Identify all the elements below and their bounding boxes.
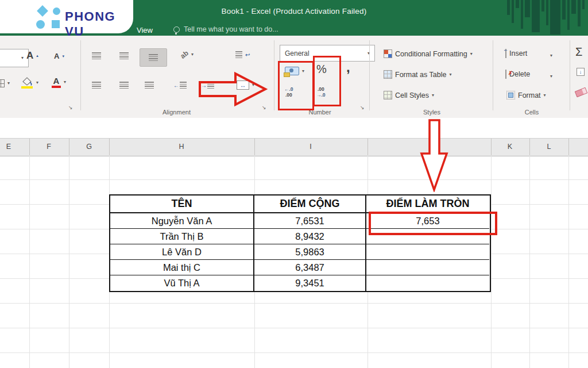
table-cell[interactable] (366, 260, 489, 275)
comma-icon: , (346, 59, 350, 75)
borders-icon (0, 79, 5, 87)
font-size-combo[interactable]: ▾ (0, 49, 29, 67)
format-as-table-icon (384, 70, 392, 79)
orientation-icon: ab (179, 49, 190, 60)
table-header-diem-lam-tron[interactable]: ĐIỂM LÀM TRÒN (366, 195, 489, 213)
table-cell[interactable]: 6,3487 (254, 260, 366, 275)
decrease-indent-icon (180, 82, 187, 89)
table-header-row: TÊN ĐIỂM CỘNG ĐIỂM LÀM TRÒN (110, 195, 490, 213)
alignment-group-label: Alignment (138, 109, 215, 116)
column-header-e[interactable]: E (3, 143, 14, 151)
column-header-h[interactable]: H (176, 143, 187, 151)
table-cell[interactable]: 8,9432 (254, 229, 366, 244)
logo-diamond-icon (37, 5, 48, 17)
format-cells-icon (506, 91, 515, 99)
styles-group-label: Styles (403, 109, 461, 116)
logo-circle-icon (36, 20, 45, 29)
align-center-button[interactable] (119, 82, 129, 89)
fill-color-button[interactable]: ▾ (21, 77, 38, 89)
logo-text: PHONG VU (65, 9, 133, 39)
decorative-pattern (507, 0, 585, 36)
align-right-button[interactable] (145, 82, 154, 89)
lightbulb-icon (173, 26, 180, 33)
cell-styles-button[interactable]: Cell Styles ▾ (384, 91, 434, 99)
table-cell[interactable]: Trần Thị B (110, 229, 254, 244)
table-cell[interactable]: Vũ Thị A (110, 275, 254, 291)
clear-button[interactable] (575, 89, 587, 95)
wrap-text-button[interactable]: ↩ (235, 51, 250, 58)
column-header-i[interactable]: I (305, 143, 316, 151)
font-color-icon: A (52, 76, 61, 88)
table-cell[interactable] (366, 244, 489, 260)
font-dialog-launcher[interactable]: ↘ (68, 105, 73, 110)
fill-button[interactable]: ↓ (577, 68, 585, 76)
fill-icon: ↓ (577, 68, 585, 76)
table-cell[interactable]: Lê Văn D (110, 244, 254, 260)
align-right-icon (145, 82, 154, 89)
delete-cells-icon: ✗ (505, 70, 506, 78)
tell-me-label: Tell me what you want to do... (184, 25, 278, 33)
column-header-f[interactable]: F (44, 143, 54, 151)
comma-style-button[interactable]: , (346, 59, 350, 75)
annotation-box-percent (313, 56, 341, 106)
conditional-formatting-icon (384, 49, 392, 58)
align-bottom-button[interactable] (140, 48, 167, 67)
table-cell[interactable]: 7,6531 (254, 213, 366, 229)
format-cells-button[interactable]: Format ▾ (506, 91, 546, 99)
insert-caret[interactable]: ▾ (550, 53, 552, 58)
annotation-arrow-down (416, 118, 452, 192)
tell-me-box[interactable]: Tell me what you want to do... (173, 25, 278, 33)
wrap-text-icon: ↩ (245, 52, 250, 58)
align-top-icon (92, 52, 101, 59)
annotation-arrow-right (198, 71, 269, 107)
phongvu-logo: PHONG VU (0, 0, 133, 33)
number-dialog-launcher[interactable]: ↘ (360, 105, 365, 110)
align-bottom-icon (149, 54, 158, 61)
align-middle-icon (119, 52, 129, 59)
autosum-button[interactable]: Σ (575, 45, 582, 59)
table-cell[interactable]: 5,9863 (254, 244, 366, 260)
insert-cells-icon: ← (505, 49, 506, 57)
eraser-icon (575, 87, 588, 98)
table-header-diem-cong[interactable]: ĐIỂM CỘNG (254, 195, 366, 213)
font-color-button[interactable]: A ▾ (52, 76, 66, 88)
align-middle-button[interactable] (119, 52, 129, 59)
column-header-k[interactable]: K (505, 143, 515, 151)
insert-cells-button[interactable]: ← Insert (505, 49, 527, 57)
delete-caret[interactable]: ▾ (550, 74, 552, 79)
cells-group-label: Cells (503, 109, 560, 116)
table-row: Lê Văn D 5,9863 (110, 244, 490, 260)
sigma-icon: Σ (575, 45, 582, 59)
format-as-table-button[interactable]: Format as Table ▾ (384, 70, 451, 79)
conditional-formatting-button[interactable]: Conditional Formatting ▾ (384, 49, 473, 58)
table-cell[interactable]: 9,3451 (254, 275, 366, 291)
grow-font-button[interactable]: A▴ (26, 50, 38, 62)
borders-button[interactable]: ▾ (0, 79, 10, 87)
table-row: Vũ Thị A 9,3451 (110, 275, 490, 291)
paint-bucket-icon (21, 77, 33, 89)
column-header-l[interactable]: L (544, 143, 554, 151)
shrink-font-button[interactable]: A▾ (54, 52, 64, 60)
tab-view[interactable]: View (137, 26, 153, 34)
align-top-button[interactable] (92, 52, 101, 59)
align-center-icon (119, 82, 129, 89)
column-header-row: E F G H I J K L (0, 138, 588, 156)
table-header-ten[interactable]: TÊN (110, 195, 254, 213)
table-cell[interactable]: Mai thị C (110, 260, 254, 275)
cell-styles-icon (384, 91, 392, 99)
annotation-box-result-cell (369, 212, 497, 235)
orientation-button[interactable]: ab ▾ (180, 51, 194, 59)
delete-cells-button[interactable]: ✗ Delete (505, 70, 530, 78)
table-cell[interactable] (366, 275, 489, 291)
align-left-icon (92, 82, 101, 89)
decrease-indent-button[interactable]: ← (173, 82, 187, 89)
formula-bar-area (0, 118, 588, 138)
table-cell[interactable]: Nguyễn Văn A (110, 213, 254, 229)
logo-circle-icon (53, 7, 60, 15)
column-header-g[interactable]: G (84, 143, 94, 151)
table-row: Mai thị C 6,3487 (110, 260, 490, 275)
logo-square-icon (52, 20, 60, 28)
data-table: TÊN ĐIỂM CỘNG ĐIỂM LÀM TRÒN Nguyễn Văn A… (109, 194, 491, 292)
annotation-box-accounting (278, 61, 314, 110)
align-left-button[interactable] (92, 82, 101, 89)
